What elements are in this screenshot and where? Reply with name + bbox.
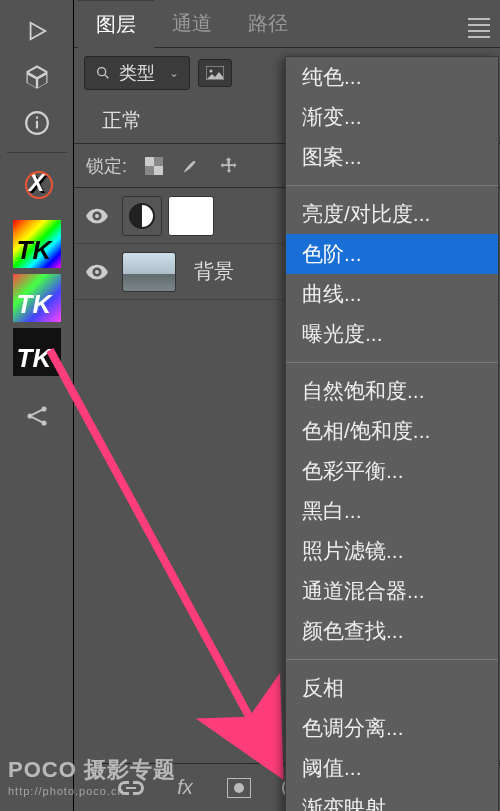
- adjustment-thumb: [122, 196, 162, 236]
- lock-move-icon[interactable]: [219, 156, 239, 176]
- panel-menu-icon[interactable]: [468, 14, 492, 32]
- eye-icon: [86, 208, 108, 224]
- menu-item[interactable]: 颜色查找...: [286, 611, 498, 651]
- adjust-icon: [129, 203, 155, 229]
- eye-icon: [86, 264, 108, 280]
- tk-panel-1[interactable]: TK: [13, 220, 61, 268]
- tk-panel-2[interactable]: TK: [13, 274, 61, 322]
- delete-x-tool[interactable]: X: [13, 159, 61, 207]
- menu-item[interactable]: 亮度/对比度...: [286, 194, 498, 234]
- panel-tabs: 图层 通道 路径: [74, 0, 500, 48]
- tk-panel-3[interactable]: TK: [13, 328, 61, 376]
- menu-item[interactable]: 渐变...: [286, 97, 498, 137]
- filter-pixel-layers[interactable]: [198, 59, 232, 87]
- blend-mode-select[interactable]: 正常: [90, 107, 142, 134]
- menu-item[interactable]: 阈值...: [286, 748, 498, 788]
- menu-item[interactable]: 图案...: [286, 137, 498, 177]
- cube-3d-tool[interactable]: [12, 56, 62, 98]
- menu-item[interactable]: 自然饱和度...: [286, 371, 498, 411]
- svg-rect-10: [145, 157, 154, 166]
- menu-divider: [286, 659, 498, 660]
- visibility-toggle[interactable]: [84, 208, 110, 224]
- menu-item[interactable]: 曲线...: [286, 274, 498, 314]
- tab-channels[interactable]: 通道: [154, 0, 230, 47]
- layer-filter-type[interactable]: 类型 ⌄: [84, 56, 190, 90]
- svg-rect-1: [35, 121, 37, 129]
- menu-item[interactable]: 通道混合器...: [286, 571, 498, 611]
- svg-point-8: [209, 69, 212, 72]
- share-tool[interactable]: [12, 395, 62, 437]
- svg-rect-11: [154, 166, 163, 175]
- menu-item[interactable]: 反相: [286, 668, 498, 708]
- tab-paths[interactable]: 路径: [230, 0, 306, 47]
- watermark: POCO 摄影专题 http://photo.poco.cn: [8, 755, 176, 797]
- adjustment-layer-menu: 纯色...渐变...图案...亮度/对比度...色阶...曲线...曝光度...…: [285, 56, 499, 811]
- filter-type-label: 类型: [119, 61, 155, 85]
- info-tool[interactable]: [12, 102, 62, 144]
- menu-item[interactable]: 色相/饱和度...: [286, 411, 498, 451]
- add-mask-button[interactable]: [222, 771, 256, 805]
- menu-item[interactable]: 色调分离...: [286, 708, 498, 748]
- menu-item[interactable]: 曝光度...: [286, 314, 498, 354]
- layer-thumb: [122, 252, 176, 292]
- lock-brush-icon[interactable]: [181, 156, 201, 176]
- svg-point-13: [95, 269, 99, 273]
- menu-divider: [286, 362, 498, 363]
- svg-point-15: [234, 783, 244, 793]
- menu-item[interactable]: 照片滤镜...: [286, 531, 498, 571]
- svg-rect-2: [35, 117, 37, 119]
- menu-item[interactable]: 渐变映射...: [286, 788, 498, 811]
- watermark-brand: POCO 摄影专题: [8, 755, 176, 785]
- left-toolbar: X TK TK TK: [0, 0, 74, 811]
- image-icon: [206, 66, 224, 80]
- lock-label: 锁定:: [86, 154, 127, 178]
- menu-item[interactable]: 黑白...: [286, 491, 498, 531]
- svg-point-12: [95, 213, 99, 217]
- menu-divider: [286, 185, 498, 186]
- layer-mask-thumb[interactable]: [168, 196, 214, 236]
- lock-transparency-icon[interactable]: [145, 157, 163, 175]
- tab-layers[interactable]: 图层: [78, 0, 154, 48]
- separator: [7, 152, 67, 153]
- visibility-toggle[interactable]: [84, 264, 110, 280]
- menu-item[interactable]: 色阶...: [286, 234, 498, 274]
- play-tool[interactable]: [12, 10, 62, 52]
- menu-item[interactable]: 纯色...: [286, 57, 498, 97]
- search-icon: [95, 65, 111, 81]
- chevron-down-icon: ⌄: [169, 66, 179, 80]
- layer-name[interactable]: 背景: [194, 258, 234, 285]
- watermark-url: http://photo.poco.cn: [8, 785, 176, 797]
- menu-item[interactable]: 色彩平衡...: [286, 451, 498, 491]
- x-icon: X: [28, 169, 44, 197]
- svg-point-6: [98, 68, 106, 76]
